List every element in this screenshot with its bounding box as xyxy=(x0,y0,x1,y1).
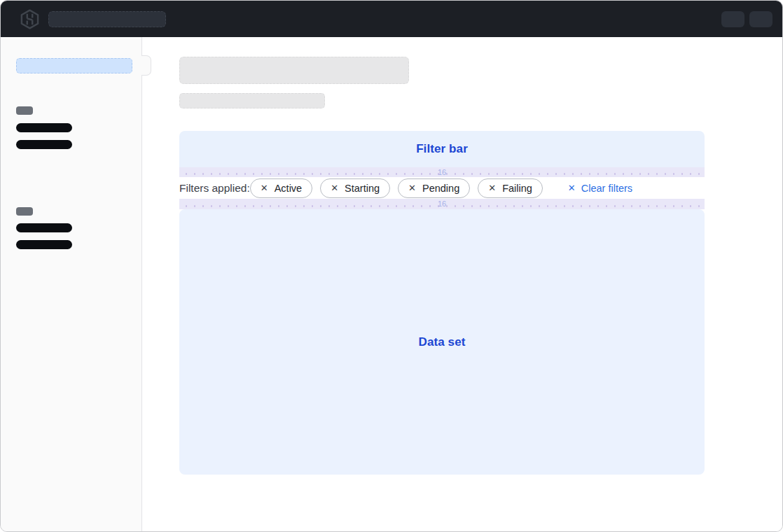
filters-applied-row: Filters applied: ✕ Active ✕ Starting ✕ P… xyxy=(179,177,705,199)
filter-chip-starting[interactable]: ✕ Starting xyxy=(320,178,390,198)
sidebar-item-placeholder-4[interactable] xyxy=(16,240,72,249)
topbar-button-placeholder-2[interactable] xyxy=(749,11,772,27)
sidebar-item-placeholder-1[interactable] xyxy=(16,123,72,132)
filter-chip-failing[interactable]: ✕ Failing xyxy=(478,178,543,198)
spacing-value: 16 xyxy=(438,169,446,176)
data-set-zone-label: Data set xyxy=(419,335,466,349)
page-subtitle-placeholder xyxy=(179,93,325,108)
sidebar-item-selected[interactable] xyxy=(16,58,132,74)
filter-chip-label: Failing xyxy=(502,183,532,194)
sidebar xyxy=(1,37,142,532)
sidebar-section-label-placeholder-1 xyxy=(16,106,33,115)
clear-filters-link[interactable]: ✕ Clear filters xyxy=(568,183,632,194)
remove-filter-icon[interactable]: ✕ xyxy=(408,183,416,192)
app-window: Filter bar 16 Filters applied: ✕ Active … xyxy=(0,0,783,532)
remove-filter-icon[interactable]: ✕ xyxy=(261,183,268,192)
topbar-button-placeholder-1[interactable] xyxy=(721,11,744,27)
filter-chip-pending[interactable]: ✕ Pending xyxy=(398,178,470,198)
filter-chip-label: Active xyxy=(275,183,303,194)
top-nav-bar xyxy=(1,1,782,37)
filters-applied-label: Filters applied: xyxy=(179,182,250,195)
sidebar-collapse-handle[interactable] xyxy=(141,55,151,76)
data-set-zone: Data set xyxy=(179,209,705,475)
sidebar-item-placeholder-3[interactable] xyxy=(16,223,72,232)
sidebar-item-placeholder-2[interactable] xyxy=(16,140,72,149)
filter-bar-zone-label: Filter bar xyxy=(416,142,468,156)
hashicorp-logo-icon xyxy=(20,9,40,29)
filter-chip-active[interactable]: ✕ Active xyxy=(250,178,312,198)
spacing-value: 16 xyxy=(438,200,446,208)
remove-filter-icon[interactable]: ✕ xyxy=(488,183,496,192)
spacing-annotation-bottom: 16 xyxy=(179,199,705,209)
remove-filter-icon[interactable]: ✕ xyxy=(331,183,338,192)
search-input-placeholder[interactable] xyxy=(48,11,166,27)
page-title-placeholder xyxy=(179,57,409,84)
app-body: Filter bar 16 Filters applied: ✕ Active … xyxy=(1,37,782,532)
filter-pattern-spec: Filter bar 16 Filters applied: ✕ Active … xyxy=(179,131,705,475)
filter-bar-zone: Filter bar xyxy=(179,131,705,167)
spacing-annotation-top: 16 xyxy=(179,167,705,177)
sidebar-section-label-placeholder-2 xyxy=(16,207,33,216)
clear-filters-x-icon: ✕ xyxy=(568,183,576,192)
filter-chip-label: Starting xyxy=(345,183,380,194)
main-content: Filter bar 16 Filters applied: ✕ Active … xyxy=(142,37,782,532)
clear-filters-label: Clear filters xyxy=(581,183,632,194)
filter-chip-label: Pending xyxy=(422,183,459,194)
